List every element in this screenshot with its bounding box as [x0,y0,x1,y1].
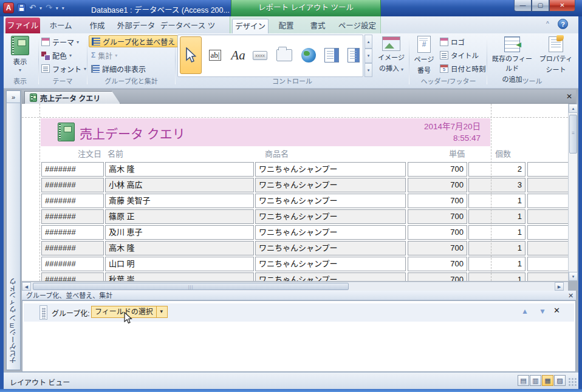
colors-button[interactable]: 配色 ▾ [41,49,72,61]
column-header-order-date[interactable]: 注文日 [41,149,101,160]
pane-close-icon[interactable]: ✕ [567,292,575,300]
document-tab[interactable]: 売上データ クエリ [24,91,120,104]
cell-order-date[interactable]: ####### [41,225,104,240]
undo-button[interactable]: ↶ [29,4,36,12]
select-field-dropdown[interactable]: フィールドの選択 ▼ [91,306,168,318]
hyperlink-control-button[interactable] [298,36,320,74]
view-button[interactable]: 表示 ▾ [6,36,34,73]
cell-unit-price[interactable]: 700 [408,241,467,255]
cell-quantity[interactable]: 1 [468,225,526,240]
cell-product[interactable]: ワニちゃんシャンプー [255,257,406,271]
tab-home[interactable]: ホーム [44,19,78,33]
report-logo-icon[interactable] [58,123,75,141]
cell-order-date[interactable]: ####### [41,162,104,177]
logo-button[interactable]: ロゴ [440,36,465,48]
combobox-control-button[interactable] [321,36,343,74]
access-app-icon[interactable]: A [3,2,14,13]
nav-expand-button[interactable]: » [7,91,20,103]
cell-order-date[interactable]: ####### [41,194,104,208]
gallery-scroll-up-icon[interactable]: ▴ [365,35,372,49]
tab-control-button[interactable] [273,36,295,74]
cell-order-date[interactable]: ####### [41,257,104,271]
cell-unit-price[interactable]: 700 [408,178,467,192]
cell-amount[interactable]: ¥ [527,209,568,224]
delete-group-icon[interactable]: ✕ [553,306,560,315]
cell-name[interactable]: 斎藤 美智子 [105,194,254,208]
vertical-scroll-thumb[interactable]: ≡ [569,115,577,154]
collapse-ribbon-icon[interactable]: ^ [546,21,549,27]
print-preview-button[interactable]: ▥ [530,375,541,386]
scroll-down-icon[interactable]: ▾ [569,272,578,281]
report-date[interactable]: 2014年7月20日 [424,121,481,132]
cell-quantity[interactable]: 1 [468,257,526,271]
cell-name[interactable]: 秋葉 崇 [105,272,254,281]
hide-details-button[interactable]: 詳細の非表示 [91,63,146,75]
report-date-time[interactable]: 2014年7月20日 8:55:47 [424,121,481,144]
redo-button[interactable]: ↷ [46,4,52,12]
listbox-control-button[interactable] [343,36,365,74]
tab-arrange[interactable]: 配置 [272,19,300,33]
cell-unit-price[interactable]: 700 [408,257,467,271]
cell-quantity[interactable]: 1 [468,272,526,281]
cell-quantity[interactable]: 3 [468,178,526,192]
tab-database-tools[interactable]: データベース ツール [159,19,216,33]
cell-product[interactable]: ワニちゃんシャンプー [255,241,406,255]
cell-name[interactable]: 高木 隆 [105,241,254,255]
property-sheet-button[interactable]: プロパティ シート [537,36,575,74]
close-button[interactable]: ✕ [549,0,575,12]
help-icon[interactable]: ? [558,19,568,29]
undo-dropdown-icon[interactable]: ▾ [39,5,42,11]
layout-view-button[interactable]: ▦ [542,375,553,386]
tab-external-data[interactable]: 外部データ [117,19,156,33]
save-icon[interactable] [17,4,26,12]
fonts-button[interactable]: フォント ▾ [41,63,86,75]
column-header-quantity[interactable]: 個数 [468,149,511,160]
cell-name[interactable]: 篠原 正 [105,209,254,224]
group-and-sort-button[interactable]: グループ化と並べ替え [89,35,178,47]
cell-product[interactable]: ワニちゃんシャンプー [255,225,406,240]
qat-customize-icon[interactable]: ▾ [62,5,64,11]
date-time-button[interactable]: 5 日付と時刻 [440,63,486,75]
themes-button[interactable]: テーマ ▾ [41,36,79,48]
column-header-unit-price[interactable]: 単価 [408,149,465,160]
scroll-right-icon[interactable]: ▶ [555,282,564,291]
cell-amount[interactable]: ¥2, [527,178,568,192]
group-row-grip[interactable] [39,305,47,320]
cell-name[interactable]: 山口 明 [105,257,254,271]
select-field-dropdown-icon[interactable]: ▼ [156,306,164,317]
document-close-icon[interactable]: ✕ [564,92,574,101]
cell-unit-price[interactable]: 700 [408,162,467,177]
cell-order-date[interactable]: ####### [41,178,104,192]
scroll-up-icon[interactable]: ▴ [569,104,578,113]
cell-product[interactable]: ワニちゃんシャンプー [255,194,406,208]
report-header-banner[interactable]: 売上データ クエリ 2014年7月20日 8:55:47 [41,118,490,146]
tab-file[interactable]: ファイル [5,18,40,33]
vertical-scrollbar[interactable]: ▴ ≡ ▾ [568,104,577,281]
cell-unit-price[interactable]: 700 [408,209,467,224]
cell-amount[interactable]: ¥1, [527,162,568,177]
window-resize-grip[interactable] [568,377,577,386]
design-view-button[interactable]: ▨ [554,375,566,386]
totals-button[interactable]: Σ 集計 ▾ [91,49,117,61]
cell-amount[interactable]: ¥ [527,272,568,281]
report-canvas[interactable]: 売上データ クエリ 2014年7月20日 8:55:47 注文日 名前 商品名 … [22,104,568,281]
horizontal-scroll-thumb[interactable]: ||| [33,283,349,290]
report-view-button[interactable]: ▤ [518,375,529,386]
column-header-name[interactable]: 名前 [108,149,123,160]
textbox-control-button[interactable]: ab| [204,36,226,74]
page-number-button[interactable]: # ページ 番号 [412,36,436,75]
tab-create[interactable]: 作成 [81,19,113,33]
cell-order-date[interactable]: ####### [41,209,104,224]
title-button[interactable]: タイトル [440,49,479,61]
select-tool-button[interactable] [180,36,202,74]
cell-unit-price[interactable]: 700 [408,194,467,208]
cell-product[interactable]: ワニちゃんシャンプー [255,178,406,192]
tab-design[interactable]: デザイン [232,19,269,33]
tab-format[interactable]: 書式 [304,19,332,33]
cell-amount[interactable]: ¥ [527,257,568,271]
cell-order-date[interactable]: ####### [41,241,104,255]
minimize-button[interactable]: — [514,0,532,12]
cell-product[interactable]: ワニちゃんシャンプー [255,162,406,177]
cell-name[interactable]: 高木 隆 [105,162,254,177]
group-row[interactable]: グループ化: フィールドの選択 ▼ ▲ ▼ ✕ [24,303,574,322]
